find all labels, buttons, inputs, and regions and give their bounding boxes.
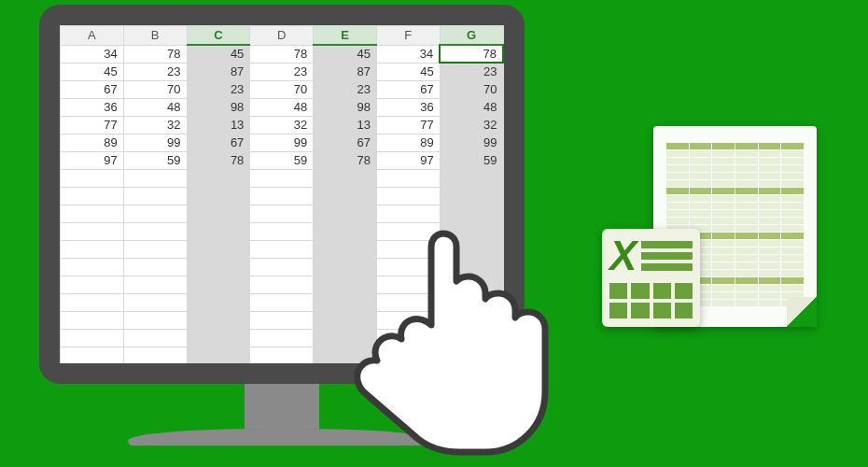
cell[interactable]: 32: [250, 116, 314, 134]
cell[interactable]: 67: [314, 134, 377, 151]
cell[interactable]: 23: [187, 80, 250, 98]
cell[interactable]: [250, 347, 314, 363]
cell[interactable]: 99: [250, 134, 314, 151]
cell[interactable]: [123, 347, 187, 363]
cell[interactable]: [187, 293, 250, 311]
cell[interactable]: 98: [187, 98, 250, 116]
cell[interactable]: 45: [376, 63, 440, 80]
cell[interactable]: [61, 258, 124, 276]
cell[interactable]: [187, 222, 250, 240]
cell[interactable]: [187, 258, 250, 276]
cell[interactable]: [187, 169, 250, 187]
cell[interactable]: 13: [314, 116, 377, 134]
cell[interactable]: [187, 205, 250, 222]
cell[interactable]: 78: [314, 151, 377, 169]
cell[interactable]: 89: [376, 134, 440, 151]
cell[interactable]: [250, 187, 314, 205]
cell[interactable]: 97: [376, 151, 440, 169]
cell[interactable]: [61, 169, 124, 187]
cell[interactable]: 70: [123, 80, 187, 98]
cell[interactable]: [187, 187, 250, 205]
cell[interactable]: [123, 169, 187, 187]
cell[interactable]: 32: [440, 116, 503, 134]
cell[interactable]: [61, 293, 124, 311]
cell[interactable]: [187, 276, 250, 293]
cell[interactable]: 78: [440, 45, 503, 63]
cell[interactable]: [376, 169, 440, 187]
cell[interactable]: 98: [314, 98, 377, 116]
cell[interactable]: [123, 329, 187, 347]
cell[interactable]: [440, 187, 503, 205]
cell[interactable]: [187, 311, 250, 329]
cell[interactable]: [61, 222, 124, 240]
cell[interactable]: [187, 347, 250, 363]
cell[interactable]: 89: [61, 134, 124, 151]
cell[interactable]: 87: [314, 63, 377, 80]
cell[interactable]: 77: [61, 116, 124, 134]
column-header-e[interactable]: E: [314, 26, 377, 46]
cell[interactable]: [250, 205, 314, 222]
cell[interactable]: [250, 293, 314, 311]
cell[interactable]: [250, 276, 314, 293]
cell[interactable]: 45: [61, 63, 124, 80]
cell[interactable]: [187, 240, 250, 258]
column-header-f[interactable]: F: [376, 26, 440, 46]
cell[interactable]: [123, 222, 187, 240]
cell[interactable]: 23: [250, 63, 314, 80]
cell[interactable]: [314, 187, 377, 205]
column-header-c[interactable]: C: [187, 26, 250, 46]
column-header-b[interactable]: B: [123, 26, 187, 46]
cell[interactable]: 13: [187, 116, 250, 134]
cell[interactable]: [123, 205, 187, 222]
cell[interactable]: 48: [123, 98, 187, 116]
cell[interactable]: [376, 187, 440, 205]
cell[interactable]: 70: [440, 80, 503, 98]
cell[interactable]: [250, 311, 314, 329]
cell[interactable]: 59: [440, 151, 503, 169]
cell[interactable]: 48: [440, 98, 503, 116]
cell[interactable]: [250, 258, 314, 276]
cell[interactable]: [61, 347, 124, 363]
cell[interactable]: [123, 187, 187, 205]
cell[interactable]: [61, 329, 124, 347]
cell[interactable]: [61, 205, 124, 222]
cell[interactable]: [187, 329, 250, 347]
cell[interactable]: 45: [187, 45, 250, 63]
cell[interactable]: [250, 222, 314, 240]
column-header-d[interactable]: D: [250, 26, 314, 46]
cell[interactable]: [250, 329, 314, 347]
cell[interactable]: [440, 169, 503, 187]
cell[interactable]: 48: [250, 98, 314, 116]
cell[interactable]: [314, 169, 377, 187]
cell[interactable]: 23: [314, 80, 377, 98]
cell[interactable]: 70: [250, 80, 314, 98]
cell[interactable]: 34: [376, 45, 440, 63]
cell[interactable]: 67: [61, 80, 124, 98]
cell[interactable]: [123, 240, 187, 258]
cell[interactable]: 78: [123, 45, 187, 63]
cell[interactable]: 78: [187, 151, 250, 169]
cell[interactable]: [123, 276, 187, 293]
cell[interactable]: 34: [61, 45, 124, 63]
cell[interactable]: 36: [376, 98, 440, 116]
cell[interactable]: [250, 169, 314, 187]
cell[interactable]: 59: [250, 151, 314, 169]
cell[interactable]: 77: [376, 116, 440, 134]
cell[interactable]: 36: [61, 98, 124, 116]
column-header-a[interactable]: A: [61, 26, 124, 46]
cell[interactable]: [61, 187, 124, 205]
cell[interactable]: 23: [440, 63, 503, 80]
cell[interactable]: [61, 311, 124, 329]
cell[interactable]: 99: [123, 134, 187, 151]
cell[interactable]: 78: [250, 45, 314, 63]
cell[interactable]: 99: [440, 134, 503, 151]
cell[interactable]: [61, 276, 124, 293]
cell[interactable]: 23: [123, 63, 187, 80]
column-header-g[interactable]: G: [440, 26, 503, 46]
cell[interactable]: [123, 258, 187, 276]
cell[interactable]: [123, 311, 187, 329]
cell[interactable]: [123, 293, 187, 311]
cell[interactable]: [250, 240, 314, 258]
cell[interactable]: 67: [376, 80, 440, 98]
cell[interactable]: 97: [61, 151, 124, 169]
